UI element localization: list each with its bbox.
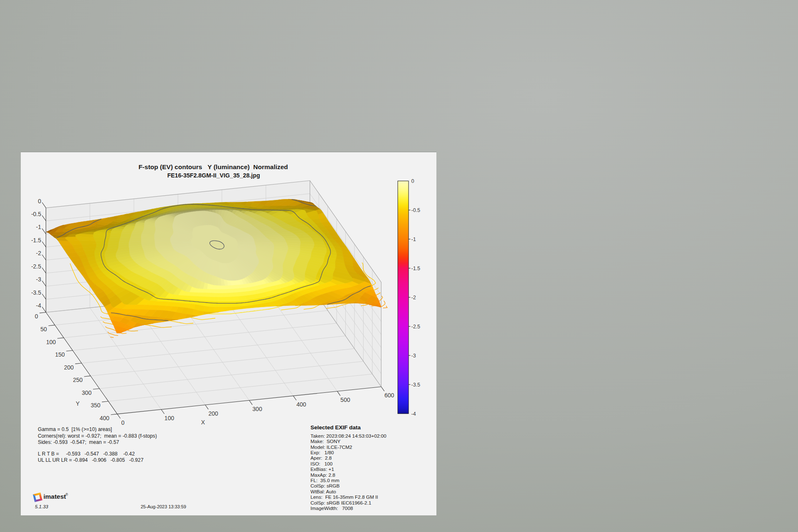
svg-text:ISO: 100: ISO: 100 — [310, 461, 333, 467]
svg-text:100: 100 — [46, 339, 56, 345]
svg-text:-2.5: -2.5 — [411, 324, 421, 330]
svg-text:50: 50 — [40, 326, 47, 332]
svg-text:-3.5: -3.5 — [31, 289, 41, 296]
svg-text:400: 400 — [100, 415, 110, 421]
svg-text:L R T B = -0.593 -0.547: L R T B = -0.593 -0.547 -0.388 -0.42 — [38, 451, 135, 457]
svg-text:Lens: FE 16-35mm F2.8 GM II: Lens: FE 16-35mm F2.8 GM II — [310, 494, 378, 500]
svg-text:0: 0 — [35, 313, 38, 320]
svg-text:Make: SONY: Make: SONY — [310, 438, 340, 444]
svg-text:Y: Y — [76, 400, 80, 407]
svg-text:UL LL UR LR = -0.894 -0.906: UL LL UR LR = -0.894 -0.906 -0.805 -0.92… — [38, 457, 143, 463]
svg-text:Corners(rel): worst = -0.927;: Corners(rel): worst = -0.927; mean = -0.… — [38, 433, 157, 439]
svg-text:0: 0 — [411, 178, 414, 184]
svg-text:600: 600 — [384, 392, 394, 399]
svg-text:ColSp: sRGB: ColSp: sRGB — [310, 483, 340, 489]
svg-text:X: X — [201, 419, 205, 426]
svg-text:-0.5: -0.5 — [31, 211, 41, 217]
svg-text:Sides: -0.593 -0.547; mean =: Sides: -0.593 -0.547; mean = -0.57 — [38, 439, 119, 445]
svg-text:150: 150 — [55, 351, 65, 358]
svg-text:Model: ILCE-7CM2: Model: ILCE-7CM2 — [310, 444, 352, 450]
svg-text:-2: -2 — [411, 295, 416, 300]
svg-text:-1: -1 — [36, 224, 42, 230]
svg-text:WtBal: Auto: WtBal: Auto — [310, 489, 336, 495]
svg-text:-0.5: -0.5 — [411, 207, 421, 213]
svg-text:-1.5: -1.5 — [411, 266, 421, 271]
svg-text:-3.5: -3.5 — [411, 382, 421, 388]
svg-text:-4: -4 — [36, 302, 42, 309]
svg-text:FL: 35.0 mm: FL: 35.0 mm — [310, 478, 340, 483]
svg-text:-2: -2 — [36, 250, 42, 256]
svg-text:-2.5: -2.5 — [31, 263, 41, 270]
svg-text:imatest: imatest — [44, 493, 66, 500]
svg-text:F-stop (EV) contours Y (lumi: F-stop (EV) contours Y (luminance) Norma… — [138, 163, 288, 170]
svg-text:0: 0 — [38, 198, 41, 204]
svg-text:Exp: 1/80: Exp: 1/80 — [310, 450, 334, 456]
svg-text:-3: -3 — [411, 353, 416, 359]
svg-text:-1.5: -1.5 — [31, 237, 41, 244]
svg-text:Gamma = 0.5 [1% (>=10) areas]: Gamma = 0.5 [1% (>=10) areas] — [38, 426, 112, 432]
svg-text:25-Aug-2023 13:33:59: 25-Aug-2023 13:33:59 — [141, 504, 186, 509]
svg-text:250: 250 — [73, 377, 83, 383]
svg-text:-3: -3 — [36, 276, 42, 283]
svg-text:ExBias: +1: ExBias: +1 — [310, 466, 334, 472]
svg-text:200: 200 — [209, 410, 219, 417]
svg-text:300: 300 — [82, 389, 92, 396]
svg-text:MaxAp: 2.8: MaxAp: 2.8 — [310, 472, 335, 478]
svg-text:5.1.33: 5.1.33 — [35, 504, 49, 509]
svg-text:200: 200 — [64, 364, 74, 371]
svg-text:-1: -1 — [411, 236, 416, 242]
svg-text:ColSp: sRGB IEC61966-2.1: ColSp: sRGB IEC61966-2.1 — [310, 500, 371, 506]
svg-text:Selected EXIF data: Selected EXIF data — [310, 424, 361, 431]
svg-text:300: 300 — [252, 406, 262, 412]
svg-text:-4: -4 — [411, 411, 416, 417]
svg-text:400: 400 — [296, 401, 306, 408]
svg-text:Aper: 2.8: Aper: 2.8 — [310, 455, 332, 461]
svg-text:100: 100 — [165, 415, 175, 421]
svg-text:ImageWidth: 7008: ImageWidth: 7008 — [310, 505, 353, 511]
svg-text:FE16-35F2.8GM-II_VIG_35_28.jpg: FE16-35F2.8GM-II_VIG_35_28.jpg — [167, 172, 260, 179]
svg-text:0: 0 — [121, 419, 125, 426]
svg-text:®: ® — [66, 493, 69, 497]
svg-text:350: 350 — [91, 402, 101, 409]
svg-text:500: 500 — [340, 397, 350, 403]
svg-text:Taken: 2023:08:24 14:53:03+02:: Taken: 2023:08:24 14:53:03+02:00 — [310, 433, 387, 439]
